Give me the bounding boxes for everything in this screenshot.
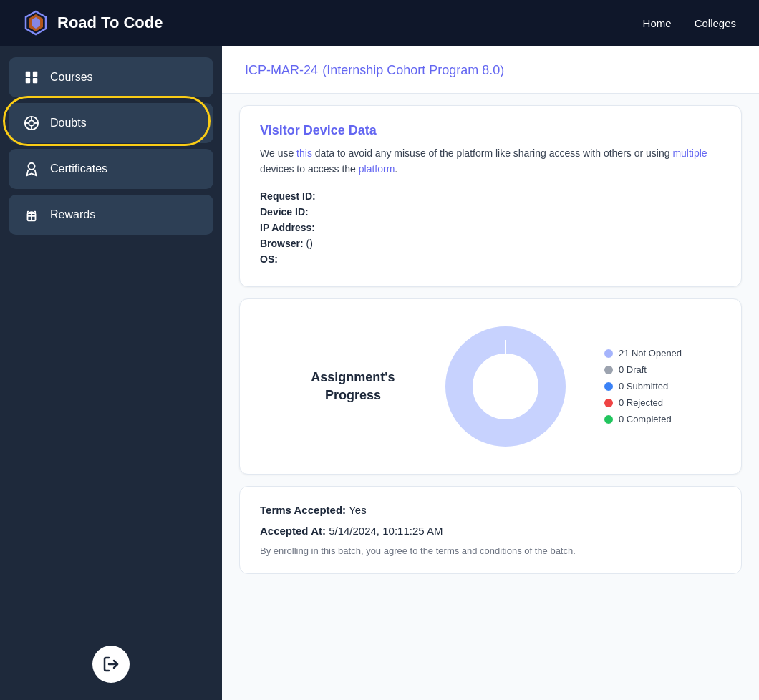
visitor-desc: We use this data to avoid any misuse of … — [260, 145, 721, 178]
terms-accepted-at-row: Accepted At: 5/14/2024, 10:11:25 AM — [260, 525, 721, 537]
terms-accepted-row: Terms Accepted: Yes — [260, 504, 721, 516]
legend-dot-not-opened — [604, 349, 613, 358]
sidebar: Courses Doubts — [0, 46, 222, 700]
svg-rect-5 — [26, 78, 30, 83]
courses-icon — [23, 69, 40, 86]
sidebar-label-rewards: Rewards — [50, 208, 95, 221]
header-left: Road To Code — [23, 10, 163, 36]
doubts-icon — [23, 115, 40, 132]
nav-home[interactable]: Home — [643, 17, 672, 29]
legend-not-opened: 21 Not Opened — [604, 348, 682, 359]
device-id-label: Device ID: — [260, 206, 309, 218]
browser-value: () — [306, 238, 313, 249]
svg-point-8 — [29, 120, 34, 125]
legend-label-not-opened: 21 Not Opened — [619, 348, 682, 359]
app-title: Road To Code — [57, 14, 163, 32]
legend-rejected: 0 Rejected — [604, 397, 682, 408]
platform-link[interactable]: platform — [359, 163, 395, 175]
visitor-device-card: Visitor Device Data We use this data to … — [239, 105, 742, 287]
sidebar-label-doubts: Doubts — [50, 117, 87, 130]
header: Road To Code Home Colleges — [0, 0, 759, 46]
sidebar-item-rewards[interactable]: Rewards — [9, 195, 213, 235]
sidebar-label-courses: Courses — [50, 71, 93, 84]
donut-chart — [441, 322, 570, 451]
legend-label-completed: 0 Completed — [619, 414, 672, 424]
legend-completed: 0 Completed — [604, 414, 682, 424]
page-header: ICP-MAR-24 (Internship Cohort Program 8.… — [222, 46, 759, 94]
legend-dot-draft — [604, 366, 613, 374]
svg-rect-4 — [33, 72, 37, 77]
main-content: ICP-MAR-24 (Internship Cohort Program 8.… — [222, 46, 759, 700]
legend-label-rejected: 0 Rejected — [619, 397, 663, 408]
legend-draft: 0 Draft — [604, 364, 682, 375]
this-link[interactable]: this — [296, 147, 312, 159]
legend-label-submitted: 0 Submitted — [619, 381, 668, 392]
assignment-progress-card: Assignment's Progress 21 Not Opened 0 Dr… — [239, 298, 742, 475]
assignment-progress-label: Assignment's Progress — [299, 369, 407, 404]
logout-button[interactable] — [92, 646, 130, 683]
page-title-sub: (Internship Cohort Program 8.0) — [322, 63, 504, 77]
sidebar-item-courses[interactable]: Courses — [9, 57, 213, 97]
chart-legend: 21 Not Opened 0 Draft 0 Submitted 0 Reje… — [604, 348, 682, 424]
os-row: OS: — [260, 253, 721, 265]
device-id-row: Device ID: — [260, 206, 721, 218]
multiple-link[interactable]: multiple — [672, 147, 707, 159]
ip-row: IP Address: — [260, 222, 721, 233]
rewards-icon — [23, 206, 40, 223]
header-nav: Home Colleges — [643, 17, 736, 29]
legend-dot-rejected — [604, 399, 613, 407]
browser-label: Browser: — [260, 238, 304, 249]
page-title: ICP-MAR-24 (Internship Cohort Program 8.… — [245, 60, 736, 79]
sidebar-item-certificates[interactable]: Certificates — [9, 149, 213, 189]
terms-footnote: By enrolling in this batch, you agree to… — [260, 545, 721, 556]
main-layout: Courses Doubts — [0, 46, 759, 700]
svg-rect-3 — [26, 72, 30, 77]
request-id-label: Request ID: — [260, 190, 316, 202]
terms-section: Terms Accepted: Yes Accepted At: 5/14/20… — [239, 486, 742, 574]
svg-rect-6 — [33, 78, 37, 83]
visitor-title: Visitor Device Data — [260, 123, 721, 138]
request-id-row: Request ID: — [260, 190, 721, 202]
os-label: OS: — [260, 253, 278, 265]
page-title-main: ICP-MAR-24 — [245, 63, 318, 77]
sidebar-label-certificates: Certificates — [50, 162, 107, 175]
certificates-icon — [23, 160, 40, 178]
legend-label-draft: 0 Draft — [619, 364, 647, 375]
legend-dot-submitted — [604, 382, 613, 391]
legend-submitted: 0 Submitted — [604, 381, 682, 392]
sidebar-item-doubts[interactable]: Doubts — [9, 103, 213, 143]
legend-dot-completed — [604, 415, 613, 424]
ip-label: IP Address: — [260, 222, 315, 233]
nav-colleges[interactable]: Colleges — [695, 17, 736, 29]
browser-row: Browser: () — [260, 238, 721, 249]
svg-point-13 — [28, 163, 34, 170]
logo-icon — [23, 10, 49, 36]
